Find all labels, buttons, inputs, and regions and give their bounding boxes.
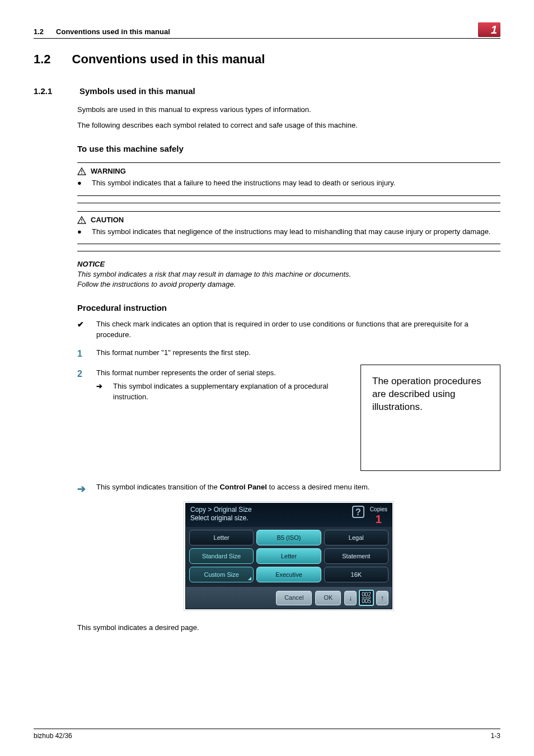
sub-arrow-icon: ➔ (96, 381, 106, 402)
step-number: 1 (77, 348, 85, 360)
closing-text: This symbol indicates a desired page. (77, 623, 500, 633)
check-text: This check mark indicates an option that… (96, 319, 500, 339)
transition-arrow-icon: ➔ (77, 482, 85, 496)
sub-step-text: This symbol indicates a supplementary ex… (113, 381, 348, 402)
h2-title: Symbols used in this manual (79, 85, 195, 97)
size-button-executive[interactable]: Executive (256, 567, 321, 582)
notice-body: This symbol indicates a risk that may re… (77, 269, 500, 290)
warning-label: WARNING (91, 166, 126, 176)
intro-paragraph-1: Symbols are used in this manual to expre… (77, 105, 500, 115)
intro-paragraph-2: The following describes each symbol rela… (77, 120, 500, 130)
page-down-button[interactable]: ↓ (344, 591, 357, 605)
copies-label: Copies (370, 506, 387, 514)
page-footer: bizhub 42/36 1-3 (34, 729, 500, 741)
tab-custom-size[interactable]: Custom Size (189, 567, 254, 582)
warning-triangle-icon (77, 167, 86, 175)
size-button-b5iso[interactable]: B5 (ISO) (256, 530, 321, 545)
h2-number: 1.2.1 (34, 85, 65, 97)
step-1: 1 This format number "1" represents the … (77, 348, 500, 360)
caution-label: CAUTION (91, 215, 124, 225)
ok-button[interactable]: OK (315, 591, 341, 605)
heading-1: 1.2 Conventions used in this manual (34, 51, 500, 68)
panel-breadcrumb: Copy > Original Size (190, 506, 252, 514)
footer-product: bizhub 42/36 (34, 731, 72, 741)
footer-page-number: 1-3 (491, 731, 500, 741)
page-up-button[interactable]: ↑ (376, 591, 388, 605)
caution-block: CAUTION ● This symbol indicates that neg… (77, 211, 500, 244)
h1-number: 1.2 (34, 51, 51, 68)
notice-label: NOTICE (77, 259, 500, 269)
illustration-placeholder-box: The operation procedures are described u… (360, 365, 500, 471)
bullet-icon: ● (77, 178, 82, 188)
size-button-statement[interactable]: Statement (324, 548, 388, 564)
transition-item: ➔ This symbol indicates transition of th… (77, 482, 500, 496)
chapter-badge: 1 (478, 22, 500, 37)
step-text: This format number "1" represents the fi… (96, 348, 500, 360)
page-counter: 002 005 (359, 590, 374, 606)
step-2: 2 This format number represents the orde… (77, 368, 348, 402)
header-section-num: 1.2 (34, 27, 44, 37)
caution-text: This symbol indicates that negligence of… (92, 227, 500, 237)
step-text: This format number represents the order … (96, 368, 276, 377)
check-item: ✔ This check mark indicates an option th… (77, 319, 500, 339)
heading-safely: To use this machine safely (77, 143, 500, 155)
tab-standard-size[interactable]: Standard Size (189, 548, 254, 564)
size-button-letter-2[interactable]: Letter (256, 548, 321, 564)
caution-triangle-icon (77, 216, 86, 224)
header-section-title: Conventions used in this manual (56, 27, 170, 37)
warning-text: This symbol indicates that a failure to … (92, 178, 500, 188)
panel-instruction: Select original size. (190, 514, 252, 522)
h1-title: Conventions used in this manual (72, 51, 265, 68)
running-header: 1.2 Conventions used in this manual 1 (34, 22, 500, 39)
bullet-icon: ● (77, 227, 82, 237)
control-panel-screenshot: Copy > Original Size Select original siz… (185, 503, 392, 609)
size-button-legal[interactable]: Legal (324, 530, 388, 545)
size-button-letter[interactable]: Letter (189, 530, 254, 545)
svg-point-1 (81, 173, 82, 174)
cancel-button[interactable]: Cancel (276, 591, 312, 605)
heading-2: 1.2.1 Symbols used in this manual (34, 85, 500, 97)
warning-block: WARNING ● This symbol indicates that a f… (77, 162, 500, 195)
svg-point-3 (81, 222, 82, 223)
heading-procedural: Procedural instruction (77, 302, 500, 314)
copies-value: 1 (370, 514, 387, 525)
help-icon[interactable]: ? (352, 506, 364, 518)
transition-text: This symbol indicates transition of the … (96, 482, 500, 492)
step-number: 2 (77, 368, 85, 402)
check-mark-icon: ✔ (77, 319, 85, 339)
size-button-16k[interactable]: 16K (324, 567, 388, 582)
